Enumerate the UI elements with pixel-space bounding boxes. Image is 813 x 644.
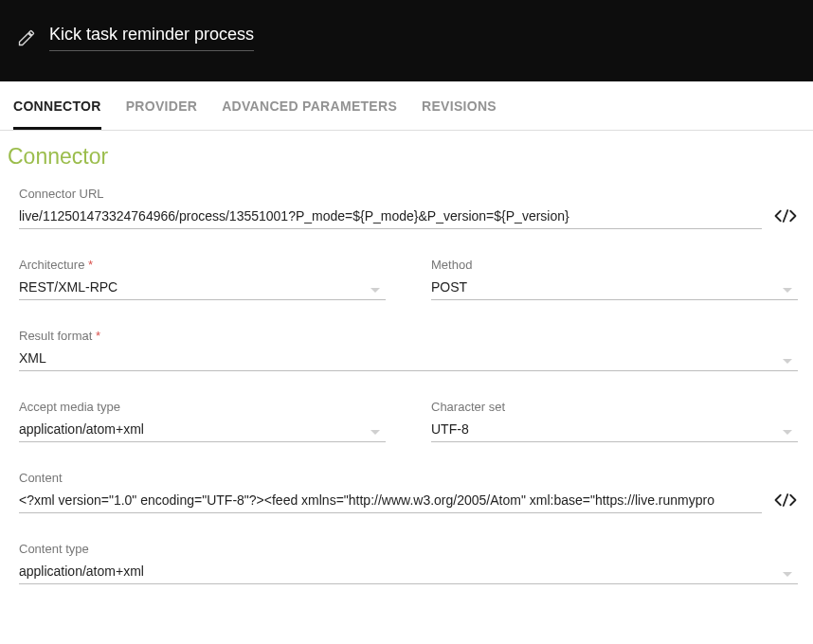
character-set-field: Character set UTF-8 <box>431 400 798 442</box>
code-icon[interactable] <box>773 490 798 510</box>
character-set-select[interactable]: UTF-8 <box>431 418 798 442</box>
content-type-label: Content type <box>19 542 798 556</box>
content-input[interactable]: <?xml version="1.0" encoding="UTF-8"?><f… <box>19 489 762 513</box>
svg-line-0 <box>784 210 788 222</box>
section-title: Connector <box>8 144 800 170</box>
tab-connector[interactable]: CONNECTOR <box>13 98 101 130</box>
tab-provider[interactable]: PROVIDER <box>126 98 198 130</box>
result-format-select[interactable]: XML <box>19 347 798 371</box>
content-type-field: Content type application/atom+xml <box>19 542 798 584</box>
tabs: CONNECTOR PROVIDER ADVANCED PARAMETERS R… <box>0 81 813 131</box>
connector-url-input[interactable]: live/112501473324764966/process/13551001… <box>19 205 762 229</box>
svg-line-1 <box>784 494 788 506</box>
accept-media-type-label: Accept media type <box>19 400 386 414</box>
accept-media-type-field: Accept media type application/atom+xml <box>19 400 386 442</box>
accept-media-type-select[interactable]: application/atom+xml <box>19 418 386 442</box>
character-set-label: Character set <box>431 400 798 414</box>
edit-icon[interactable] <box>17 28 36 47</box>
page-title[interactable]: Kick task reminder process <box>49 25 254 51</box>
content-field: Content <?xml version="1.0" encoding="UT… <box>19 471 762 513</box>
method-label: Method <box>431 258 798 272</box>
tab-revisions[interactable]: REVISIONS <box>422 98 497 130</box>
architecture-select[interactable]: REST/XML-RPC <box>19 276 386 300</box>
content-label: Content <box>19 471 762 485</box>
method-field: Method POST <box>431 258 798 300</box>
connector-section: Connector Connector URL live/11250147332… <box>0 131 813 584</box>
code-icon[interactable] <box>773 206 798 226</box>
result-format-label: Result format <box>19 329 798 343</box>
architecture-label: Architecture <box>19 258 386 272</box>
page-header: Kick task reminder process <box>0 0 813 81</box>
tab-advanced-parameters[interactable]: ADVANCED PARAMETERS <box>222 98 397 130</box>
connector-url-field: Connector URL live/112501473324764966/pr… <box>19 187 762 229</box>
method-select[interactable]: POST <box>431 276 798 300</box>
architecture-field: Architecture REST/XML-RPC <box>19 258 386 300</box>
result-format-field: Result format XML <box>19 329 798 371</box>
connector-url-label: Connector URL <box>19 187 762 201</box>
content-type-select[interactable]: application/atom+xml <box>19 560 798 584</box>
